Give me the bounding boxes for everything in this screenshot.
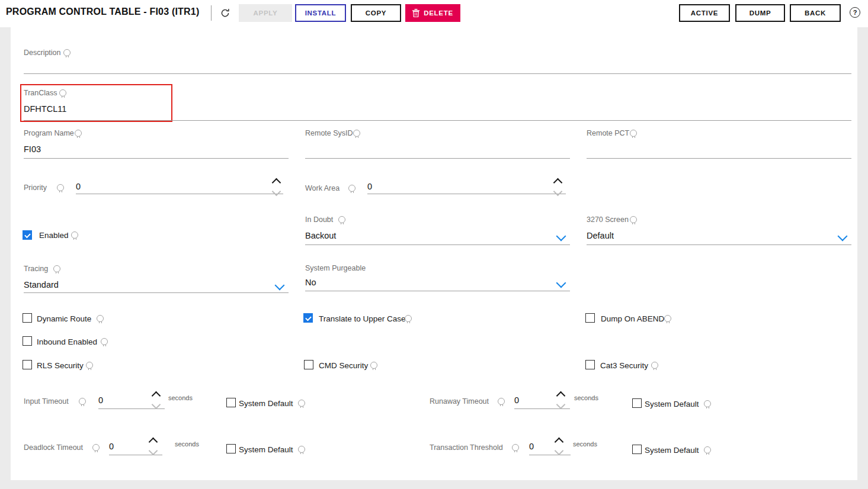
spinner-up-icon[interactable] <box>152 391 161 401</box>
tranclass-hint-icon[interactable] <box>59 89 66 96</box>
dump-on-abend-label: Dump On ABEND <box>601 314 664 323</box>
enabled-label: Enabled <box>39 231 69 240</box>
input-timeout-input[interactable] <box>98 393 146 407</box>
rls-security-checkbox[interactable] <box>23 360 32 369</box>
priority-hint-icon[interactable] <box>57 184 64 191</box>
inbound-enabled-label: Inbound Enabled <box>37 337 97 346</box>
dynamic-route-checkbox[interactable] <box>23 313 32 323</box>
tranclass-input[interactable] <box>24 102 847 116</box>
input-timeout-system-default-hint-icon[interactable] <box>298 400 305 407</box>
cmd-security-hint-icon[interactable] <box>370 362 377 369</box>
cmd-security-checkbox[interactable] <box>304 360 313 369</box>
description-underline <box>24 73 851 74</box>
remote-pct-input[interactable] <box>587 142 841 156</box>
transaction-threshold-system-default-hint-icon[interactable] <box>704 446 711 453</box>
tracing-hint-icon[interactable] <box>53 265 60 272</box>
rls-security-label: RLS Security <box>37 361 84 370</box>
spinner-down-icon[interactable] <box>553 187 563 197</box>
spinner-down-icon[interactable] <box>555 446 564 456</box>
deadlock-timeout-spinner <box>150 439 156 454</box>
system-purgeable-label: System Purgeable <box>305 264 366 272</box>
delete-button[interactable]: DELETE <box>405 4 460 22</box>
deadlock-timeout-system-default-label: System Default <box>239 445 293 454</box>
priority-label: Priority <box>24 184 47 192</box>
spinner-up-icon[interactable] <box>555 437 564 447</box>
runaway-timeout-system-default-hint-icon[interactable] <box>704 400 711 407</box>
apply-button[interactable]: APPLY <box>239 4 292 22</box>
copy-button[interactable]: COPY <box>351 4 401 22</box>
input-timeout-underline <box>98 408 165 409</box>
transaction-threshold-system-default-label: System Default <box>645 446 699 455</box>
dump-button[interactable]: DUMP <box>735 4 785 22</box>
spinner-down-icon[interactable] <box>152 400 161 410</box>
system-purgeable-select[interactable]: No <box>305 278 316 287</box>
remote-sysid-hint-icon[interactable] <box>353 130 360 137</box>
work-area-input[interactable] <box>367 179 545 194</box>
work-area-label: Work Area <box>305 184 339 192</box>
refresh-button[interactable] <box>220 8 230 20</box>
spinner-up-icon[interactable] <box>272 178 281 188</box>
spinner-down-icon[interactable] <box>149 446 158 456</box>
help-icon[interactable]: ? <box>850 7 860 18</box>
in-doubt-hint-icon[interactable] <box>338 216 345 223</box>
spinner-up-icon[interactable] <box>556 391 566 401</box>
program-name-hint-icon[interactable] <box>75 130 82 137</box>
transaction-threshold-input[interactable] <box>529 439 554 453</box>
deadlock-timeout-hint-icon[interactable] <box>92 444 100 451</box>
cat3-security-hint-icon[interactable] <box>651 362 658 369</box>
runaway-timeout-system-default-label: System Default <box>645 400 699 408</box>
install-button[interactable]: INSTALL <box>295 4 346 22</box>
screen-3270-hint-icon[interactable] <box>630 216 637 223</box>
dump-on-abend-checkbox[interactable] <box>585 313 595 323</box>
inbound-enabled-checkbox[interactable] <box>23 336 32 346</box>
translate-upper-checkbox[interactable] <box>303 313 313 323</box>
spinner-down-icon[interactable] <box>272 187 281 197</box>
input-timeout-hint-icon[interactable] <box>79 398 86 405</box>
transaction-threshold-hint-icon[interactable] <box>512 444 519 451</box>
deadlock-timeout-input[interactable] <box>109 439 145 453</box>
transaction-threshold-underline <box>529 455 571 455</box>
active-button[interactable]: ACTIVE <box>679 4 730 22</box>
runaway-timeout-system-default-checkbox[interactable] <box>632 398 642 408</box>
runaway-timeout-input[interactable] <box>514 393 550 407</box>
deadlock-timeout-system-default-hint-icon[interactable] <box>298 446 305 453</box>
deadlock-timeout-system-default-checkbox[interactable] <box>226 444 236 453</box>
runaway-timeout-hint-icon[interactable] <box>498 398 505 405</box>
work-area-hint-icon[interactable] <box>348 185 355 192</box>
cat3-security-label: Cat3 Security <box>600 361 648 370</box>
input-timeout-system-default-label: System Default <box>239 399 293 408</box>
remote-pct-label: Remote PCT <box>587 129 629 137</box>
screen-3270-label: 3270 Screen <box>587 215 629 224</box>
program-name-input[interactable] <box>24 142 278 156</box>
deadlock-timeout-underline <box>109 455 162 455</box>
description-input[interactable] <box>24 57 847 71</box>
cmd-security-label: CMD Security <box>319 361 368 370</box>
translate-upper-hint-icon[interactable] <box>405 315 412 322</box>
remote-sysid-input[interactable] <box>305 142 560 156</box>
program-control-table-page: PROGRAM CONTROL TABLE - FI03 (ITR1) APPL… <box>0 0 868 489</box>
dump-on-abend-hint-icon[interactable] <box>664 315 671 322</box>
dynamic-route-hint-icon[interactable] <box>97 315 104 322</box>
spinner-up-icon[interactable] <box>149 437 158 447</box>
screen-3270-select[interactable]: Default <box>587 231 614 240</box>
description-hint-icon[interactable] <box>63 49 71 56</box>
remote-pct-hint-icon[interactable] <box>630 130 637 137</box>
spinner-up-icon[interactable] <box>553 178 563 188</box>
enabled-checkbox[interactable] <box>23 230 32 240</box>
spinner-down-icon[interactable] <box>556 400 566 410</box>
rls-security-hint-icon[interactable] <box>86 362 93 369</box>
input-timeout-system-default-checkbox[interactable] <box>226 398 236 407</box>
tracing-select[interactable]: Standard <box>24 280 59 289</box>
cat3-security-checkbox[interactable] <box>585 360 595 369</box>
tranclass-label: TranClass <box>24 89 57 97</box>
translate-upper-label: Translate to Upper Case <box>319 314 406 323</box>
transaction-threshold-system-default-checkbox[interactable] <box>632 445 642 454</box>
priority-input[interactable] <box>76 179 265 194</box>
deadlock-timeout-label: Deadlock Timeout <box>24 443 83 452</box>
enabled-hint-icon[interactable] <box>71 231 78 239</box>
system-purgeable-underline <box>305 291 570 291</box>
in-doubt-select[interactable]: Backout <box>305 231 336 240</box>
back-button[interactable]: BACK <box>790 4 841 22</box>
deadlock-timeout-unit: seconds <box>175 440 199 448</box>
inbound-enabled-hint-icon[interactable] <box>101 338 108 345</box>
